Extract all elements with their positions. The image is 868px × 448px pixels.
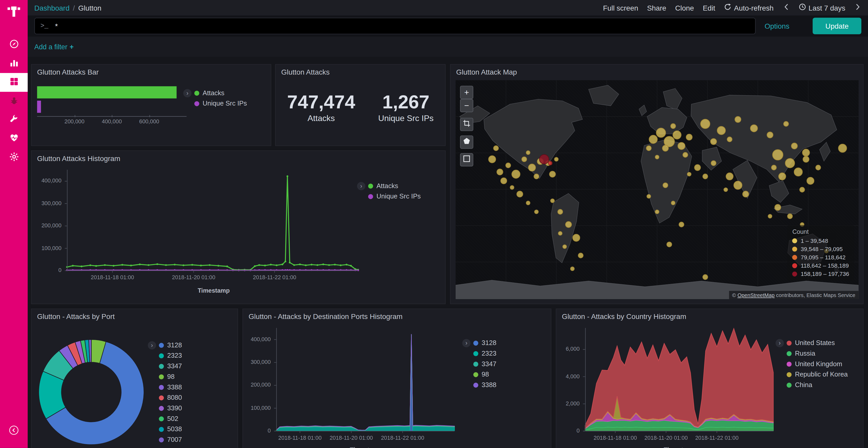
legend-toggle-icon[interactable] [183, 89, 191, 97]
world-map[interactable]: + − Count 1 – 39,54839,548 – 79,09579,09… [456, 80, 859, 299]
attack-bubble[interactable] [666, 242, 672, 247]
attack-bubble[interactable] [655, 209, 659, 214]
sidebar-item-dashboard[interactable] [0, 73, 28, 92]
time-forward-button[interactable] [854, 3, 861, 12]
attack-bubble[interactable] [493, 145, 499, 151]
sidebar-item-apm[interactable] [0, 92, 28, 111]
attack-bubble[interactable] [838, 144, 847, 152]
search-query-input[interactable]: >_ * [34, 18, 756, 34]
attack-bubble[interactable] [791, 142, 798, 149]
sidebar-item-visualize[interactable] [0, 54, 28, 73]
donut-chart[interactable] [38, 339, 145, 445]
attack-bubble[interactable] [683, 152, 688, 157]
attack-bubble[interactable] [799, 187, 805, 192]
legend-item-1-39-548[interactable]: 1 – 39,548 [792, 237, 849, 244]
legend-item-3347[interactable]: 3347 [159, 362, 231, 370]
sidebar-item-dev-tools[interactable] [0, 111, 28, 130]
legend-item-7007[interactable]: 7007 [159, 436, 231, 444]
legend-item-3128[interactable]: 3128 [159, 341, 231, 349]
legend-toggle-icon[interactable] [357, 182, 365, 190]
legend-item-118-642-158-189[interactable]: 118,642 – 158,189 [792, 262, 849, 269]
legend-item-98[interactable]: 98 [159, 373, 231, 380]
zoom-in-button[interactable]: + [460, 86, 473, 99]
legend-item-8080[interactable]: 8080 [159, 394, 231, 402]
attack-bubble[interactable] [733, 181, 742, 190]
update-button[interactable]: Update [813, 18, 862, 34]
query-options-link[interactable]: Options [765, 22, 789, 30]
attack-bubble[interactable] [539, 154, 549, 164]
attack-bubble[interactable] [677, 142, 685, 150]
attack-bubble[interactable] [794, 168, 802, 176]
area-series-3347[interactable] [276, 335, 455, 430]
polygon-tool-button[interactable] [460, 136, 473, 149]
attack-bubble[interactable] [578, 253, 583, 258]
sidebar-item-management[interactable] [0, 148, 28, 167]
legend-item-attacks[interactable]: Attacks [194, 89, 247, 97]
edit-button[interactable]: Edit [703, 4, 715, 12]
attack-bubble[interactable] [662, 145, 669, 151]
bar-attacks[interactable] [37, 86, 177, 98]
legend-item-russia[interactable]: Russia [786, 349, 861, 357]
legend-item-3388[interactable]: 3388 [159, 383, 231, 391]
attack-bubble[interactable] [723, 187, 728, 192]
attack-bubble[interactable] [549, 171, 556, 178]
attack-bubble[interactable] [742, 191, 749, 198]
legend-item-3388[interactable]: 3388 [473, 381, 545, 389]
attack-bubble[interactable] [767, 132, 773, 138]
time-range-button[interactable]: Last 7 days [799, 3, 845, 12]
add-filter-link[interactable]: Add a filter+ [34, 43, 74, 50]
legend-item-98[interactable]: 98 [473, 371, 545, 378]
legend-item-158-189-197-736[interactable]: 158,189 – 197,736 [792, 271, 849, 277]
area-series-3128[interactable] [276, 339, 455, 431]
clone-button[interactable]: Clone [675, 4, 694, 12]
attack-bubble[interactable] [526, 201, 530, 205]
legend-item-3390[interactable]: 3390 [159, 404, 231, 412]
attack-bubble[interactable] [554, 157, 559, 161]
attack-bubble[interactable] [778, 173, 786, 180]
legend-item-united-kingdom[interactable]: United Kingdom [786, 360, 861, 368]
legend-item-79-095-118-642[interactable]: 79,095 – 118,642 [792, 254, 849, 261]
legend-toggle-icon[interactable] [148, 341, 156, 349]
collapse-nav-button[interactable] [0, 421, 28, 440]
legend-item-3347[interactable]: 3347 [473, 360, 545, 368]
area-series-3388[interactable] [276, 334, 455, 430]
legend-item-unique-src-ips[interactable]: Unique Src IPs [194, 100, 247, 107]
legend-item-5038[interactable]: 5038 [159, 425, 231, 433]
rectangle-tool-button[interactable] [460, 153, 473, 167]
share-button[interactable]: Share [647, 4, 666, 12]
breadcrumb-dashboard-link[interactable]: Dashboard [34, 4, 69, 12]
legend-item-2323[interactable]: 2323 [473, 349, 545, 357]
sidebar-item-monitoring[interactable] [0, 129, 28, 148]
attack-bubble[interactable] [510, 185, 514, 190]
legend-item-attacks[interactable]: Attacks [368, 182, 440, 190]
legend-item-502[interactable]: 502 [159, 415, 231, 422]
crop-tool-button[interactable] [460, 118, 473, 131]
attack-bubble[interactable] [671, 201, 675, 205]
attack-bubble[interactable] [662, 182, 668, 188]
legend-item-3128[interactable]: 3128 [473, 339, 545, 347]
line-series-attacks[interactable] [67, 176, 358, 270]
line-series-unique-src-ips[interactable] [67, 270, 358, 270]
attack-bubble[interactable] [534, 209, 538, 214]
attack-bubble[interactable] [750, 125, 758, 132]
attack-bubble[interactable] [806, 177, 814, 185]
area-series-98[interactable] [276, 334, 455, 430]
attack-bubble[interactable] [655, 154, 659, 159]
legend-item-united-states[interactable]: United States [786, 339, 861, 347]
area-series-2323[interactable] [276, 335, 455, 431]
sidebar-item-discover[interactable] [0, 35, 28, 54]
legend-item-2323[interactable]: 2323 [159, 352, 231, 359]
attack-bubble[interactable] [488, 155, 496, 163]
attack-bubble[interactable] [710, 138, 717, 145]
attack-bubble[interactable] [521, 156, 527, 162]
attack-bubble[interactable] [727, 137, 733, 142]
zoom-out-button[interactable]: − [460, 99, 473, 112]
legend-item-china[interactable]: China [786, 381, 861, 389]
full-screen-button[interactable]: Full screen [603, 4, 638, 12]
attack-bubble[interactable] [562, 244, 566, 249]
legend-item-republic-of-korea[interactable]: Republic of Korea [786, 371, 861, 378]
area-series-united-states[interactable] [585, 329, 773, 428]
attack-bubble[interactable] [526, 150, 530, 154]
openstreetmap-link[interactable]: OpenStreetMap [738, 292, 775, 298]
legend-item-unique-src-ips[interactable]: Unique Src IPs [368, 193, 440, 200]
